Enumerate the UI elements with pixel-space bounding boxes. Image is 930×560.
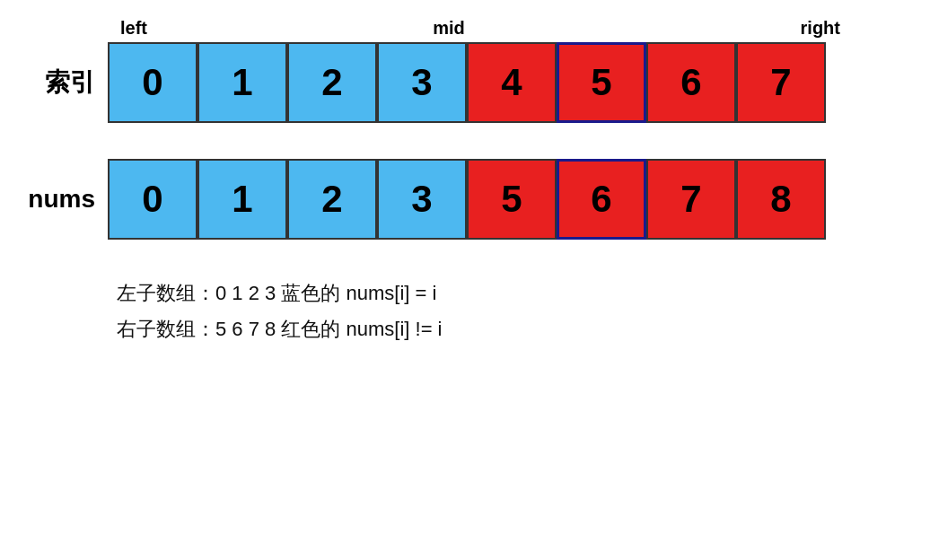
legend-section: 左子数组：0 1 2 3 蓝色的 nums[i] = i 右子数组：5 6 7 … <box>117 276 442 346</box>
nums-array-row: nums 01235678 <box>27 159 826 240</box>
nums-cell: 2 <box>287 159 377 240</box>
index-cell: 2 <box>287 42 377 123</box>
legend-line2: 右子数组：5 6 7 8 红色的 nums[i] != i <box>117 311 442 347</box>
mid-label: mid <box>404 18 494 39</box>
index-row-label: 索引 <box>27 66 108 100</box>
nums-cell: 6 <box>557 159 646 240</box>
nums-cell: 8 <box>736 159 826 240</box>
index-array-row: 索引 01234567 <box>27 42 826 123</box>
index-cell: 7 <box>736 42 826 123</box>
nums-cells: 01235678 <box>108 159 826 240</box>
nums-cell: 7 <box>646 159 736 240</box>
index-cell: 3 <box>377 42 467 123</box>
index-cell: 1 <box>197 42 287 123</box>
legend-line1: 左子数组：0 1 2 3 蓝色的 nums[i] = i <box>117 276 442 311</box>
right-label: right <box>494 18 844 39</box>
index-cell: 0 <box>108 42 197 123</box>
nums-cell: 5 <box>467 159 557 240</box>
left-label: left <box>117 18 404 39</box>
index-cell: 5 <box>557 42 646 123</box>
nums-cell: 1 <box>197 159 287 240</box>
index-cell: 4 <box>467 42 557 123</box>
index-cells: 01234567 <box>108 42 826 123</box>
index-cell: 6 <box>646 42 736 123</box>
nums-cell: 3 <box>377 159 467 240</box>
nums-cell: 0 <box>108 159 197 240</box>
pointer-labels: left mid right <box>117 18 844 39</box>
nums-row-label: nums <box>27 185 108 214</box>
